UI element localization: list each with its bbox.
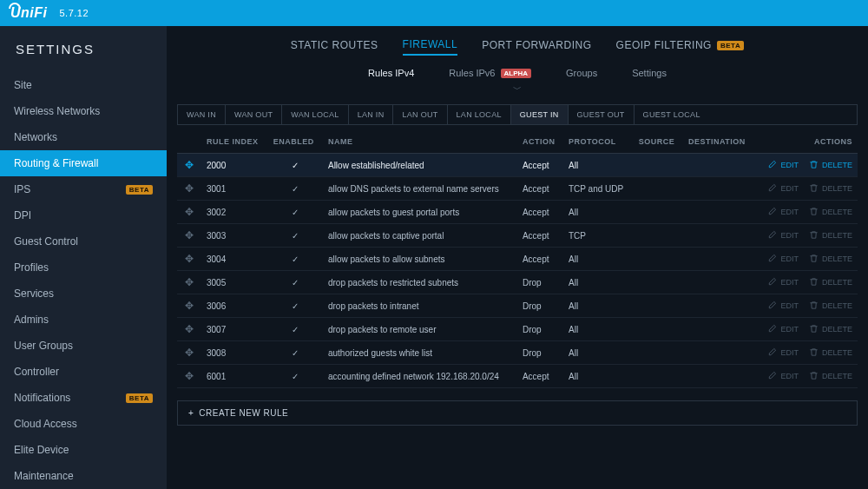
delete-button[interactable]: DELETE (809, 183, 852, 195)
rules-table: RULE INDEX ENABLED NAME ACTION PROTOCOL … (177, 130, 858, 388)
delete-button[interactable]: DELETE (809, 230, 852, 241)
table-row[interactable]: ✥2000✓Allow established/relatedAcceptAll… (177, 154, 858, 177)
edit-button[interactable]: EDIT (767, 324, 799, 335)
edit-button[interactable]: EDIT (767, 301, 799, 312)
table-row[interactable]: ✥3004✓allow packets to allow subnetsAcce… (177, 248, 858, 271)
subtab-rules-ipv6[interactable]: Rules IPv6ALPHA (449, 68, 531, 78)
drag-handle-icon[interactable]: ✥ (177, 201, 201, 224)
tab-geoip-filtering[interactable]: GEOIP FILTERINGBETA (616, 38, 745, 56)
chevron-down-icon[interactable]: ﹀ (167, 83, 868, 99)
col-destination[interactable]: DESTINATION (683, 130, 755, 154)
delete-button[interactable]: DELETE (809, 324, 852, 335)
delete-button[interactable]: DELETE (809, 277, 852, 288)
trash-icon (809, 183, 819, 195)
edit-button[interactable]: EDIT (767, 230, 799, 241)
subtab-label: Settings (632, 68, 667, 78)
sidebar-item-label: Networks (14, 131, 57, 143)
cell-name: allow DNS packets to external name serve… (323, 177, 517, 201)
delete-button[interactable]: DELETE (809, 254, 852, 265)
delete-label: DELETE (822, 208, 852, 216)
col-source[interactable]: SOURCE (634, 130, 683, 154)
trash-icon (809, 230, 819, 241)
sidebar-item-cloud-access[interactable]: Cloud Access (0, 411, 167, 437)
version-label: 5.7.12 (60, 8, 89, 18)
cell-enabled: ✓ (268, 154, 323, 177)
table-row[interactable]: ✥3007✓drop packets to remote userDropAll… (177, 318, 858, 341)
iface-tab-guest-local[interactable]: GUEST LOCAL (635, 105, 709, 124)
subtab-settings[interactable]: Settings (632, 68, 667, 78)
table-row[interactable]: ✥3002✓allow packets to guest portal port… (177, 201, 858, 224)
edit-button[interactable]: EDIT (767, 207, 799, 218)
sidebar-item-admins[interactable]: Admins (0, 307, 167, 333)
table-row[interactable]: ✥3005✓drop packets to restricted subnets… (177, 271, 858, 294)
cell-protocol: TCP and UDP (563, 177, 634, 201)
delete-button[interactable]: DELETE (809, 347, 852, 359)
iface-tab-wan-in[interactable]: WAN IN (178, 105, 226, 124)
page-title: SETTINGS (0, 26, 167, 72)
cell-enabled: ✓ (268, 177, 323, 201)
table-row[interactable]: ✥3006✓drop packets to intranetDropAllEDI… (177, 294, 858, 318)
sidebar-item-maintenance[interactable]: Maintenance (0, 463, 167, 489)
drag-handle-icon[interactable]: ✥ (177, 341, 201, 365)
drag-handle-icon[interactable]: ✥ (177, 294, 201, 318)
drag-handle-icon[interactable]: ✥ (177, 365, 201, 388)
sidebar-item-notifications[interactable]: NotificationsBETA (0, 385, 167, 411)
drag-handle-icon[interactable]: ✥ (177, 318, 201, 341)
cell-action: Accept (517, 248, 563, 271)
sidebar-item-services[interactable]: Services (0, 281, 167, 307)
cell-action: Drop (517, 341, 563, 365)
edit-button[interactable]: EDIT (767, 347, 799, 359)
iface-tab-wan-out[interactable]: WAN OUT (226, 105, 282, 124)
drag-handle-icon[interactable]: ✥ (177, 177, 201, 201)
iface-tab-guest-out[interactable]: GUEST OUT (569, 105, 635, 124)
edit-button[interactable]: EDIT (767, 277, 799, 288)
col-protocol[interactable]: PROTOCOL (563, 130, 634, 154)
cell-name: allow packets to allow subnets (323, 248, 517, 271)
col-enabled[interactable]: ENABLED (268, 130, 323, 154)
sidebar-item-ips[interactable]: IPSBETA (0, 176, 167, 202)
sidebar-item-dpi[interactable]: DPI (0, 202, 167, 228)
tab-static-routes[interactable]: STATIC ROUTES (291, 38, 378, 56)
subtab-rules-ipv4[interactable]: Rules IPv4 (368, 68, 414, 78)
sidebar-item-guest-control[interactable]: Guest Control (0, 228, 167, 254)
edit-label: EDIT (780, 254, 799, 263)
iface-tab-lan-in[interactable]: LAN IN (349, 105, 394, 124)
col-rule-index[interactable]: RULE INDEX (201, 130, 268, 154)
drag-handle-icon[interactable]: ✥ (177, 248, 201, 271)
iface-tab-guest-in[interactable]: GUEST IN (511, 105, 569, 124)
edit-button[interactable]: EDIT (767, 183, 799, 195)
edit-button[interactable]: EDIT (767, 160, 799, 171)
edit-label: EDIT (780, 184, 799, 193)
sidebar-item-networks[interactable]: Networks (0, 124, 167, 150)
sidebar-item-wireless-networks[interactable]: Wireless Networks (0, 98, 167, 124)
table-row[interactable]: ✥6001✓accounting defined network 192.168… (177, 365, 858, 388)
edit-button[interactable]: EDIT (767, 254, 799, 265)
drag-handle-icon[interactable]: ✥ (177, 154, 201, 177)
table-row[interactable]: ✥3003✓allow packets to captive portalAcc… (177, 224, 858, 248)
tab-firewall[interactable]: FIREWALL (403, 38, 458, 56)
sidebar-item-controller[interactable]: Controller (0, 359, 167, 385)
drag-handle-icon[interactable]: ✥ (177, 271, 201, 294)
sidebar-item-profiles[interactable]: Profiles (0, 254, 167, 281)
delete-button[interactable]: DELETE (809, 371, 852, 382)
sidebar-item-site[interactable]: Site (0, 72, 167, 98)
delete-button[interactable]: DELETE (809, 207, 852, 218)
delete-label: DELETE (822, 372, 852, 380)
iface-tab-lan-local[interactable]: LAN LOCAL (448, 105, 511, 124)
subtab-groups[interactable]: Groups (566, 68, 597, 78)
sidebar-item-user-groups[interactable]: User Groups (0, 333, 167, 359)
col-name[interactable]: NAME (323, 130, 517, 154)
tab-port-forwarding[interactable]: PORT FORWARDING (482, 38, 591, 56)
drag-handle-icon[interactable]: ✥ (177, 224, 201, 248)
create-new-rule-button[interactable]: + CREATE NEW RULE (177, 400, 858, 426)
sidebar-item-elite-device[interactable]: Elite Device (0, 437, 167, 463)
edit-button[interactable]: EDIT (767, 371, 799, 382)
delete-button[interactable]: DELETE (809, 160, 852, 171)
table-row[interactable]: ✥3008✓authorized guests white listDropAl… (177, 341, 858, 365)
sidebar-item-routing-firewall[interactable]: Routing & Firewall (0, 150, 167, 176)
table-row[interactable]: ✥3001✓allow DNS packets to external name… (177, 177, 858, 201)
iface-tab-wan-local[interactable]: WAN LOCAL (282, 105, 348, 124)
iface-tab-lan-out[interactable]: LAN OUT (393, 105, 447, 124)
delete-button[interactable]: DELETE (809, 301, 852, 312)
col-action[interactable]: ACTION (517, 130, 563, 154)
